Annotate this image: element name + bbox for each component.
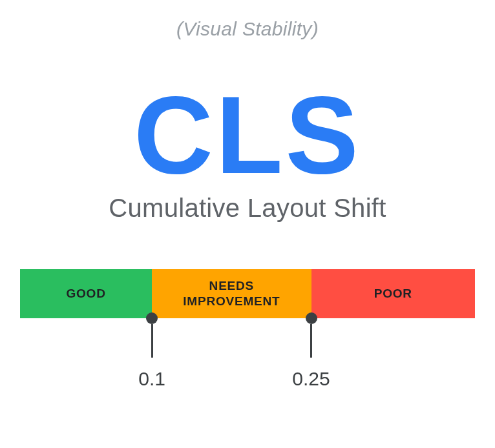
metric-card: (Visual Stability) CLS Cumulative Layout… <box>0 0 495 448</box>
metric-full-name: Cumulative Layout Shift <box>109 194 386 223</box>
marker-line-icon <box>151 324 153 358</box>
marker-dot-icon <box>306 312 317 324</box>
score-scale: GOOD NEEDS IMPROVEMENT POOR <box>20 269 475 318</box>
threshold-value-needs: 0.25 <box>292 368 330 390</box>
marker-line-icon <box>310 324 312 358</box>
category-subtitle: (Visual Stability) <box>176 18 319 40</box>
threshold-value-good: 0.1 <box>138 368 165 390</box>
threshold-marker-needs: 0.25 <box>279 318 344 390</box>
threshold-marker-good: 0.1 <box>120 318 184 390</box>
scale-segment-needs: NEEDS IMPROVEMENT <box>152 269 311 318</box>
threshold-markers: 0.1 0.25 <box>20 318 475 389</box>
scale-segment-poor: POOR <box>311 269 475 318</box>
metric-abbreviation: CLS <box>134 80 361 190</box>
marker-dot-icon <box>146 312 158 324</box>
scale-segment-good: GOOD <box>20 269 152 318</box>
